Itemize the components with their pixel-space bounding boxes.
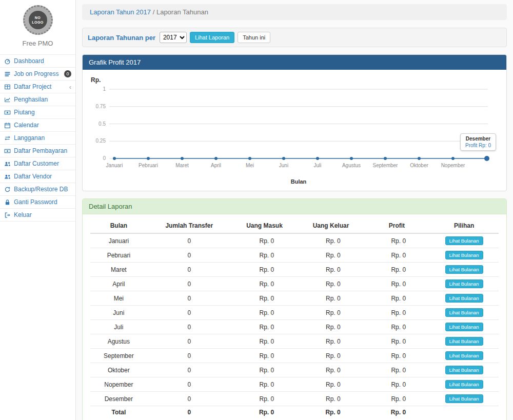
- sidebar-menu-item: Langganan: [0, 131, 75, 144]
- sidebar-menu-item: Daftar Pembayaran: [0, 144, 75, 157]
- sidebar-item-daftar-project[interactable]: Daftar Project‹: [0, 81, 75, 93]
- cell-uang-masuk: Rp. 0: [231, 392, 298, 406]
- sidebar-item-penghasilan[interactable]: Penghasilan: [0, 93, 75, 106]
- cell-uang-keluar: Rp. 0: [298, 233, 364, 248]
- sidebar: NO LOGO Free PMO DashboardJob on Progres…: [0, 0, 76, 420]
- cell-uang-masuk: Rp. 0: [231, 349, 298, 363]
- cell-bulan: Desember: [90, 392, 147, 406]
- money-icon: [4, 109, 11, 116]
- lihat-bulanan-button[interactable]: Lihat Bulanan: [445, 380, 483, 389]
- sidebar-item-job-on-progress[interactable]: Job on Progress0: [0, 68, 75, 80]
- money-icon: [4, 148, 11, 154]
- sidebar-item-dashboard[interactable]: Dashboard: [0, 55, 75, 67]
- cell-pilihan: Lihat Bulanan: [429, 248, 499, 263]
- lihat-bulanan-button[interactable]: Lihat Bulanan: [445, 251, 483, 259]
- table-total-row: Total0Rp. 0Rp. 0Rp. 0: [90, 406, 499, 419]
- tahun-ini-button[interactable]: Tahun ini: [238, 32, 270, 43]
- cell-jumlah-transfer: 0: [147, 248, 231, 263]
- cell-uang-masuk: Rp. 0: [231, 320, 298, 334]
- report-table-wrap: BulanJumlah TransferUang MasukUang Kelua…: [83, 214, 506, 420]
- column-header: Uang Masuk: [231, 218, 298, 233]
- lihat-laporan-button[interactable]: Lihat Laporan: [190, 32, 234, 43]
- lihat-bulanan-button[interactable]: Lihat Bulanan: [445, 351, 483, 360]
- sidebar-item-piutang[interactable]: Piutang: [0, 106, 75, 118]
- count-badge: 0: [64, 70, 71, 77]
- column-header: Jumlah Transfer: [147, 218, 231, 233]
- cell-jumlah-transfer: 0: [147, 320, 231, 334]
- lihat-bulanan-button[interactable]: Lihat Bulanan: [445, 394, 483, 403]
- main-content: Laporan Tahun 2017 / Laporan Tahunan Lap…: [76, 0, 513, 420]
- sidebar-item-langganan[interactable]: Langganan: [0, 132, 75, 144]
- sidebar-item-label: Calendar: [14, 122, 39, 129]
- lihat-bulanan-button[interactable]: Lihat Bulanan: [445, 337, 483, 346]
- cell-uang-keluar: Rp. 0: [298, 334, 364, 349]
- line-chart-icon: [4, 96, 11, 103]
- cell-uang-masuk: Rp. 0: [231, 363, 298, 377]
- cell-profit: Rp. 0: [364, 248, 429, 263]
- cell-uang-keluar: Rp. 0: [298, 277, 364, 291]
- table-row: Januari0Rp. 0Rp. 0Rp. 0Lihat Bulanan: [90, 233, 499, 248]
- cell-jumlah-transfer: 0: [147, 277, 231, 291]
- sidebar-item-label: Keluar: [14, 211, 32, 218]
- sidebar-item-label: Piutang: [14, 109, 35, 116]
- column-header: Profit: [364, 218, 429, 233]
- sidebar-menu-item: Backup/Restore DB: [0, 183, 75, 195]
- sidebar-item-backup-restore-db[interactable]: Backup/Restore DB: [0, 183, 75, 195]
- total-uang-masuk: Rp. 0: [231, 406, 298, 419]
- lihat-bulanan-button[interactable]: Lihat Bulanan: [445, 279, 483, 288]
- profit-chart: 00.250.50.751Rp.JanuariPebruariMaretApri…: [83, 70, 506, 191]
- cell-profit: Rp. 0: [364, 306, 429, 320]
- table-row: April0Rp. 0Rp. 0Rp. 0Lihat Bulanan: [90, 277, 499, 291]
- svg-text:Mei: Mei: [246, 163, 254, 168]
- lihat-bulanan-button[interactable]: Lihat Bulanan: [445, 308, 483, 317]
- users-icon: [4, 161, 11, 167]
- cell-jumlah-transfer: 0: [147, 349, 231, 363]
- sidebar-menu-item: Daftar Customer: [0, 157, 75, 170]
- column-header: Pilihan: [429, 218, 499, 233]
- total-bulan: Total: [90, 406, 147, 419]
- svg-text:0.75: 0.75: [96, 104, 106, 109]
- lihat-bulanan-button[interactable]: Lihat Bulanan: [445, 236, 483, 245]
- total-profit: Rp. 0: [364, 406, 429, 419]
- svg-text:April: April: [211, 163, 221, 168]
- cell-uang-keluar: Rp. 0: [298, 320, 364, 334]
- lihat-bulanan-button[interactable]: Lihat Bulanan: [445, 366, 483, 374]
- svg-text:September: September: [373, 163, 399, 168]
- line-chart: 00.250.50.751Rp.JanuariPebruariMaretApri…: [86, 74, 503, 190]
- cell-jumlah-transfer: 0: [147, 291, 231, 306]
- sidebar-item-daftar-customer[interactable]: Daftar Customer: [0, 157, 75, 170]
- breadcrumb-link[interactable]: Laporan Tahun 2017: [90, 8, 151, 16]
- cell-uang-keluar: Rp. 0: [298, 363, 364, 377]
- lihat-bulanan-button[interactable]: Lihat Bulanan: [445, 265, 483, 274]
- chart-tooltip: Desember Profit Rp: 0: [460, 133, 496, 151]
- cell-jumlah-transfer: 0: [147, 377, 231, 392]
- table-row: Juli0Rp. 0Rp. 0Rp. 0Lihat Bulanan: [90, 320, 499, 334]
- tasks-icon: [4, 71, 11, 77]
- cell-uang-masuk: Rp. 0: [231, 263, 298, 277]
- svg-text:Juli: Juli: [313, 163, 321, 168]
- dashboard-icon: [4, 58, 11, 65]
- sidebar-item-daftar-pembayaran[interactable]: Daftar Pembayaran: [0, 145, 75, 157]
- column-header: Bulan: [90, 218, 147, 233]
- cell-uang-keluar: Rp. 0: [298, 263, 364, 277]
- sidebar-item-keluar[interactable]: Keluar: [0, 209, 75, 221]
- svg-text:Nopember: Nopember: [441, 163, 465, 168]
- cell-pilihan: Lihat Bulanan: [429, 320, 499, 334]
- cell-uang-keluar: Rp. 0: [298, 306, 364, 320]
- sidebar-item-ganti-password[interactable]: Ganti Password: [0, 196, 75, 208]
- cell-uang-masuk: Rp. 0: [231, 377, 298, 392]
- tooltip-title: Desember: [465, 136, 491, 142]
- sidebar-menu: DashboardJob on Progress0Daftar Project‹…: [0, 54, 75, 222]
- sidebar-item-label: Backup/Restore DB: [14, 186, 68, 193]
- table-header-row: BulanJumlah TransferUang MasukUang Kelua…: [90, 218, 499, 233]
- lihat-bulanan-button[interactable]: Lihat Bulanan: [445, 294, 483, 303]
- table-row: Mei0Rp. 0Rp. 0Rp. 0Lihat Bulanan: [90, 291, 499, 306]
- sidebar-item-daftar-vendor[interactable]: Daftar Vendor: [0, 170, 75, 183]
- sidebar-menu-item: Piutang: [0, 106, 75, 118]
- table-icon: [4, 84, 11, 90]
- breadcrumb-current: Laporan Tahunan: [156, 8, 208, 16]
- sidebar-item-label: Daftar Vendor: [14, 173, 52, 180]
- lihat-bulanan-button[interactable]: Lihat Bulanan: [445, 323, 483, 331]
- year-select[interactable]: 2017: [160, 32, 187, 43]
- sidebar-item-calendar[interactable]: Calendar: [0, 119, 75, 131]
